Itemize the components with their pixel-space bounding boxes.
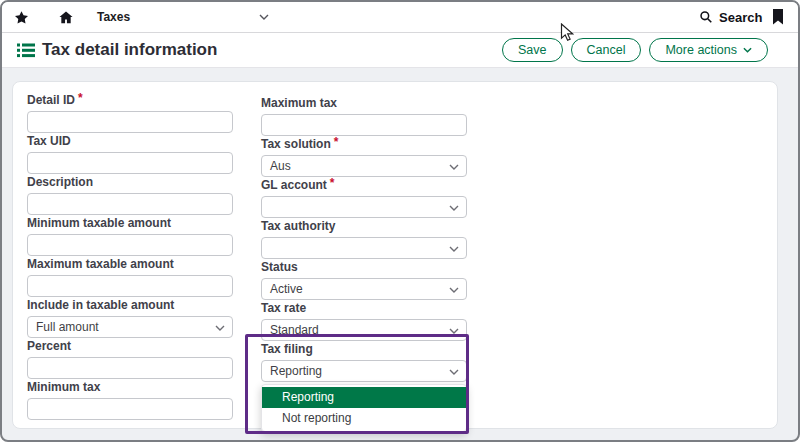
tax-rate-select[interactable]: Standard xyxy=(261,319,467,341)
more-actions-button[interactable]: More actions xyxy=(649,38,768,62)
chevron-down-icon xyxy=(743,47,752,53)
required-asterisk: * xyxy=(330,176,335,190)
page-header: Tax detail information Save Cancel More … xyxy=(2,33,798,68)
dropdown-option-not-reporting[interactable]: Not reporting xyxy=(262,408,466,429)
module-dropdown-label: Taxes xyxy=(97,10,130,24)
description-input[interactable] xyxy=(27,193,233,215)
search-label: Search xyxy=(719,10,762,25)
tax-solution-select[interactable]: Aus xyxy=(261,155,467,177)
bookmark-icon xyxy=(772,9,784,25)
chevron-down-icon xyxy=(449,164,459,170)
top-navigation-bar: Taxes Search xyxy=(2,2,798,33)
maximum-tax-field: Maximum tax xyxy=(261,97,467,136)
field-label: Description xyxy=(27,176,233,188)
chevron-down-icon xyxy=(449,205,459,211)
required-asterisk: * xyxy=(334,135,339,149)
detail-id-input[interactable] xyxy=(27,111,233,133)
field-label: Status xyxy=(261,261,467,273)
tax-uid-input[interactable] xyxy=(27,152,233,174)
percent-input[interactable] xyxy=(27,357,233,379)
description-field: Description xyxy=(27,176,233,215)
form-card: Detail ID* Tax UID Description Minimum t… xyxy=(12,81,778,429)
chevron-down-icon xyxy=(449,246,459,252)
field-label: Tax rate xyxy=(261,302,467,314)
tax-uid-field: Tax UID xyxy=(27,135,233,174)
field-label: Tax solution xyxy=(261,137,331,151)
field-label: Tax filing xyxy=(261,343,467,355)
bookmark-button[interactable] xyxy=(772,2,784,32)
minimum-taxable-amount-field: Minimum taxable amount xyxy=(27,217,233,256)
module-dropdown-taxes[interactable]: Taxes xyxy=(97,2,269,32)
tax-filing-dropdown-menu: Reporting Not reporting xyxy=(261,384,467,432)
favorites-button[interactable] xyxy=(14,2,29,32)
minimum-tax-input[interactable] xyxy=(27,398,233,420)
field-label: Maximum tax xyxy=(261,97,467,109)
search-icon xyxy=(699,10,713,24)
field-label: Tax authority xyxy=(261,220,467,232)
chevron-down-icon xyxy=(259,14,269,20)
page-title: Tax detail information xyxy=(42,33,217,67)
include-in-taxable-amount-field: Include in taxable amount Full amount xyxy=(27,299,233,338)
cancel-button[interactable]: Cancel xyxy=(571,38,642,62)
include-in-taxable-amount-select[interactable]: Full amount xyxy=(27,316,233,338)
app-window: Taxes Search Tax detail information Save… xyxy=(0,0,800,442)
tax-rate-field: Tax rate Standard xyxy=(261,302,467,341)
tax-authority-field: Tax authority xyxy=(261,220,467,259)
field-label: GL account xyxy=(261,178,327,192)
field-label: Maximum taxable amount xyxy=(27,258,233,270)
tax-filing-select[interactable]: Reporting xyxy=(261,360,467,382)
tax-solution-field: Tax solution* Aus xyxy=(261,138,467,177)
save-button[interactable]: Save xyxy=(502,38,563,62)
maximum-taxable-amount-field: Maximum taxable amount xyxy=(27,258,233,297)
tax-filing-field: Tax filing Reporting xyxy=(261,343,467,382)
header-actions: Save Cancel More actions xyxy=(502,38,768,62)
field-label: Minimum tax xyxy=(27,381,233,393)
dropdown-option-reporting[interactable]: Reporting xyxy=(262,387,466,408)
more-actions-label: More actions xyxy=(665,43,737,57)
field-label: Minimum taxable amount xyxy=(27,217,233,229)
minimum-tax-field: Minimum tax xyxy=(27,381,233,420)
minimum-taxable-amount-input[interactable] xyxy=(27,234,233,256)
maximum-taxable-amount-input[interactable] xyxy=(27,275,233,297)
percent-field: Percent xyxy=(27,340,233,379)
tax-authority-select[interactable] xyxy=(261,237,467,259)
field-label: Detail ID xyxy=(27,93,75,107)
chevron-down-icon xyxy=(449,287,459,293)
status-select[interactable]: Active xyxy=(261,278,467,300)
detail-id-field: Detail ID* xyxy=(27,94,233,133)
chevron-down-icon xyxy=(449,328,459,334)
gl-account-field: GL account* xyxy=(261,179,467,218)
list-icon xyxy=(17,43,35,58)
home-button[interactable] xyxy=(58,2,74,32)
maximum-tax-input[interactable] xyxy=(261,114,467,136)
field-label: Include in taxable amount xyxy=(27,299,233,311)
star-icon xyxy=(14,10,29,25)
status-field: Status Active xyxy=(261,261,467,300)
field-label: Percent xyxy=(27,340,233,352)
home-icon xyxy=(58,10,74,25)
field-label: Tax UID xyxy=(27,135,233,147)
chevron-down-icon xyxy=(449,369,459,375)
chevron-down-icon xyxy=(215,325,225,331)
search-button[interactable]: Search xyxy=(699,2,762,32)
gl-account-select[interactable] xyxy=(261,196,467,218)
required-asterisk: * xyxy=(78,91,83,105)
